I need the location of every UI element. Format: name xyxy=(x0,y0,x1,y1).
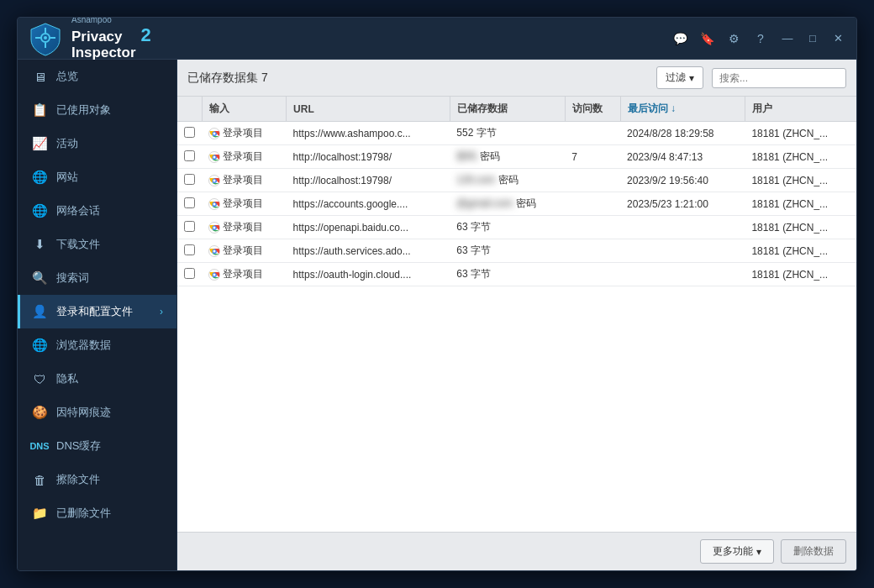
sidebar-item-activity[interactable]: 📈 活动 xyxy=(18,127,176,160)
dns-icon: DNS xyxy=(31,438,48,454)
col-checkbox xyxy=(177,97,202,122)
svg-point-9 xyxy=(213,132,216,134)
row-stored-data-label: 密码 xyxy=(513,197,535,209)
main-layout: 🖥 总览 📋 已使用对象 📈 活动 🌐 网站 🌐 网络会话 ⬇ 下载文件 xyxy=(18,60,856,570)
sidebar-item-overview[interactable]: 🖥 总览 xyxy=(18,60,176,93)
sidebar-item-deleted-files[interactable]: 📁 已删除文件 xyxy=(18,496,176,530)
deleted-files-icon: 📁 xyxy=(31,505,48,522)
row-visit-count xyxy=(565,169,620,192)
sidebar-label-deleted-files: 已删除文件 xyxy=(56,506,111,521)
chevron-right-icon: › xyxy=(160,306,163,318)
row-checkbox[interactable] xyxy=(184,127,195,138)
row-checkbox[interactable] xyxy=(184,150,195,161)
close-button[interactable]: ✕ xyxy=(829,30,846,47)
brand-label: Ashampoo xyxy=(71,17,151,24)
row-checkbox[interactable] xyxy=(184,268,195,279)
row-checkbox[interactable] xyxy=(184,244,195,255)
delete-data-button[interactable]: 删除数据 xyxy=(781,539,846,564)
sidebar-item-logins-profiles[interactable]: 👤 登录和配置文件 › xyxy=(18,295,176,328)
chat-icon[interactable]: 💬 xyxy=(670,29,690,49)
content-header: 已储存数据集 7 过滤 ▾ xyxy=(177,60,856,97)
bookmark-icon[interactable]: 🔖 xyxy=(697,29,717,49)
more-functions-dropdown-icon: ▾ xyxy=(756,546,761,558)
col-stored-data[interactable]: 已储存数据 xyxy=(450,97,565,122)
row-user: 18181 (ZHCN_... xyxy=(745,145,856,169)
row-last-visited: 2023/5/23 1:21:00 xyxy=(620,192,745,216)
minimize-button[interactable]: — xyxy=(779,30,796,47)
titlebar-controls: 💬 🔖 ⚙ ? — □ ✕ xyxy=(670,29,846,49)
sidebar-label-downloads: 下载文件 xyxy=(56,237,100,252)
row-visit-count xyxy=(565,122,620,145)
row-visit-count xyxy=(565,216,620,239)
sidebar-item-network-session[interactable]: 🌐 网络会话 xyxy=(18,194,176,228)
content-footer: 更多功能 ▾ 删除数据 xyxy=(177,532,856,570)
row-url: https://auth.services.ado... xyxy=(287,239,450,263)
row-input-label: 登录项目 xyxy=(223,174,263,186)
row-visit-count: 7 xyxy=(565,145,620,169)
used-objects-icon: 📋 xyxy=(31,102,48,118)
more-functions-button[interactable]: 更多功能 ▾ xyxy=(700,539,774,564)
data-count-label: 已储存数据集 7 xyxy=(187,71,648,86)
sidebar-item-fingerprint[interactable]: 🍪 因特网痕迹 xyxy=(18,396,176,429)
help-icon[interactable]: ? xyxy=(750,29,771,49)
row-url: http://localhost:19798/ xyxy=(287,145,450,169)
col-visit-count[interactable]: 访问数 xyxy=(565,97,620,122)
sidebar-item-privacy[interactable]: 🛡 隐私 xyxy=(18,362,176,396)
sidebar-item-website[interactable]: 🌐 网站 xyxy=(18,160,176,194)
svg-point-29 xyxy=(213,249,216,252)
sidebar-item-wipe-files[interactable]: 🗑 擦除文件 xyxy=(18,463,176,496)
table-row: 登录项目https://oauth-login.cloud....63 字节18… xyxy=(177,263,856,286)
row-last-visited: 2023/9/2 19:56:40 xyxy=(620,169,745,192)
network-session-icon: 🌐 xyxy=(31,202,48,219)
row-visit-count xyxy=(565,239,620,263)
row-checkbox[interactable] xyxy=(184,197,195,208)
row-checkbox[interactable] xyxy=(184,221,195,232)
svg-point-17 xyxy=(213,179,216,181)
row-input-label: 登录项目 xyxy=(223,268,263,280)
maximize-button[interactable]: □ xyxy=(804,30,821,47)
svg-point-25 xyxy=(213,226,216,228)
row-stored-data-blurred: 密码 xyxy=(456,150,476,162)
fingerprint-icon: 🍪 xyxy=(31,404,48,421)
sidebar-label-network-session: 网络会话 xyxy=(56,203,100,218)
row-stored-data-label: 密码 xyxy=(495,174,518,186)
row-stored-data-label: 密码 xyxy=(476,150,499,162)
row-stored-data: 63 字节 xyxy=(450,239,565,263)
sidebar-item-downloads[interactable]: ⬇ 下载文件 xyxy=(18,228,176,261)
search-input[interactable] xyxy=(712,68,846,88)
row-input-label: 登录项目 xyxy=(223,221,263,233)
row-stored-data: 552 字节 xyxy=(450,122,565,145)
settings-icon[interactable]: ⚙ xyxy=(724,29,744,49)
table-row: 登录项目https://accounts.google....@gmail.co… xyxy=(177,192,856,216)
row-visit-count xyxy=(565,192,620,216)
sidebar-item-search-terms[interactable]: 🔍 搜索词 xyxy=(18,261,176,295)
app-window: Ashampoo PrivacyInspector 2 💬 🔖 ⚙ ? — □ … xyxy=(17,17,857,571)
table-row: 登录项目http://localhost:19798/126.com 密码202… xyxy=(177,169,856,192)
row-last-visited xyxy=(620,216,745,239)
row-stored-data: 63 字节 xyxy=(450,216,565,239)
col-input[interactable]: 输入 xyxy=(202,97,287,122)
sidebar-label-dns-cache: DNS缓存 xyxy=(56,438,101,454)
logins-icon: 👤 xyxy=(31,303,48,320)
col-url[interactable]: URL xyxy=(287,97,450,122)
row-url: http://localhost:19798/ xyxy=(287,169,450,192)
filter-button[interactable]: 过滤 ▾ xyxy=(656,66,703,89)
row-checkbox[interactable] xyxy=(184,174,195,185)
content-area: 已储存数据集 7 过滤 ▾ 输入 URL 已储存数据 xyxy=(177,60,856,570)
delete-data-label: 删除数据 xyxy=(793,544,834,559)
sidebar-item-used-objects[interactable]: 📋 已使用对象 xyxy=(18,93,176,127)
row-last-visited xyxy=(620,263,745,286)
row-input-label: 登录项目 xyxy=(223,197,263,209)
row-url: https://accounts.google.... xyxy=(287,192,450,216)
sidebar-item-dns-cache[interactable]: DNS DNS缓存 xyxy=(18,429,176,463)
product-label: PrivacyInspector xyxy=(71,29,136,60)
col-user[interactable]: 用户 xyxy=(745,97,856,122)
row-visit-count xyxy=(565,263,620,286)
sidebar-label-logins: 登录和配置文件 xyxy=(56,304,133,319)
col-last-visited[interactable]: 最后访问 ↓ xyxy=(620,97,745,122)
row-input-label: 登录项目 xyxy=(223,127,263,139)
row-user: 18181 (ZHCN_... xyxy=(745,239,856,263)
sidebar-item-browser-data[interactable]: 🌐 浏览器数据 xyxy=(18,328,176,362)
filter-dropdown-icon: ▾ xyxy=(689,72,694,84)
row-input-label: 登录项目 xyxy=(223,244,263,256)
